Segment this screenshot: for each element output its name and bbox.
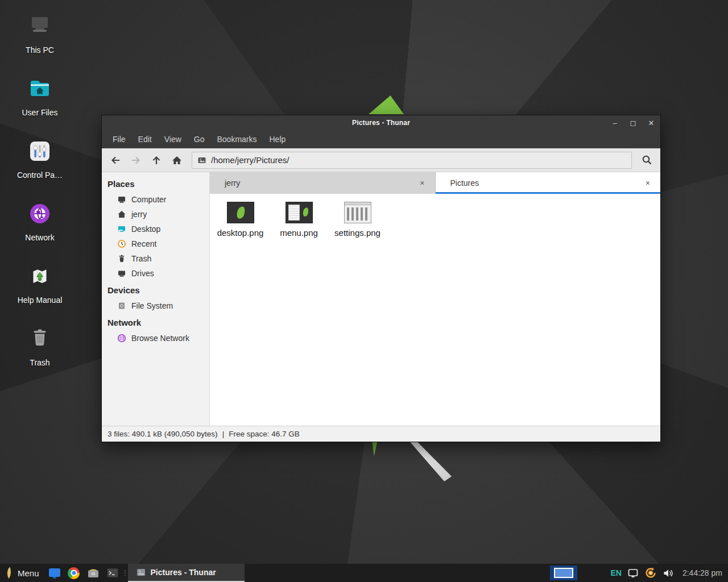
control-panel-icon	[26, 138, 53, 165]
help-manual-icon	[26, 263, 53, 290]
titlebar[interactable]: Pictures - Thunar – ◻ ✕	[102, 115, 660, 130]
recent-icon	[117, 239, 126, 248]
window-title: Pictures - Thunar	[102, 119, 660, 127]
image-thumbnail	[286, 202, 313, 223]
sidebar-item-label: Drives	[131, 269, 154, 278]
sidebar-item-label: Browse Network	[131, 334, 189, 343]
sidebar: Places Computer jerry Desktop Recent Tra…	[102, 172, 210, 426]
path-bar[interactable]: /home/jerry/Pictures/	[192, 152, 632, 169]
home-icon	[117, 210, 126, 219]
blue-files-icon	[48, 566, 61, 580]
keyboard-layout-indicator[interactable]: EN	[610, 568, 621, 577]
desktop-icon-label: Help Manual	[18, 296, 63, 305]
back-button[interactable]	[105, 151, 126, 170]
desktop-icon-this-pc[interactable]: This PC	[13, 13, 67, 55]
menu-file[interactable]: File	[106, 130, 132, 148]
image-thumbnail	[227, 202, 254, 223]
workspace-switcher[interactable]	[550, 566, 577, 580]
desktop-icon-help-manual[interactable]: Help Manual	[13, 263, 67, 305]
menu-edit[interactable]: Edit	[132, 130, 158, 148]
desktop-icon-trash[interactable]: Trash	[13, 325, 67, 367]
menu-go[interactable]: Go	[188, 130, 211, 148]
clock[interactable]: 2:44:28 pm	[682, 568, 722, 577]
terminal-icon	[106, 566, 119, 580]
browse-network-icon	[117, 334, 126, 343]
drives-icon	[117, 269, 126, 278]
file-list[interactable]: desktop.png menu.png settings.png	[210, 194, 660, 426]
desktop-icon-network[interactable]: Network	[13, 200, 67, 242]
sidebar-item-desktop[interactable]: Desktop	[102, 222, 209, 236]
sidebar-item-trash[interactable]: Trash	[102, 251, 209, 266]
tab-jerry[interactable]: jerry ×	[210, 172, 436, 194]
sidebar-item-label: Computer	[131, 195, 166, 204]
sidebar-item-label: Trash	[131, 254, 151, 263]
sidebar-item-file-system[interactable]: File System	[102, 298, 209, 313]
terminal-launcher[interactable]	[103, 564, 122, 582]
tab-pictures[interactable]: Pictures ×	[436, 172, 661, 194]
sidebar-item-browse-network[interactable]: Browse Network	[102, 331, 209, 346]
menu-view[interactable]: View	[158, 130, 188, 148]
sidebar-item-label: Recent	[131, 239, 156, 248]
filesystem-drive-icon	[117, 301, 126, 310]
sidebar-item-label: jerry	[131, 210, 147, 219]
file-menu-png[interactable]: menu.png	[270, 199, 328, 238]
image-file-icon	[197, 156, 206, 165]
thunar-window: Pictures - Thunar – ◻ ✕ File Edit View G…	[101, 115, 661, 442]
file-name: menu.png	[280, 228, 318, 238]
archive-launcher[interactable]	[84, 564, 103, 582]
menubar: File Edit View Go Bookmarks Help	[102, 130, 660, 148]
computer-icon	[117, 195, 126, 204]
sidebar-header-network: Network	[102, 313, 209, 331]
update-manager-icon[interactable]	[644, 567, 657, 579]
menu-bookmarks[interactable]: Bookmarks	[210, 130, 263, 148]
sidebar-item-label: Desktop	[131, 225, 160, 234]
sidebar-header-places: Places	[102, 174, 209, 192]
tab-close-icon[interactable]: ×	[417, 178, 427, 188]
sidebar-item-drives[interactable]: Drives	[102, 266, 209, 281]
desktop-icon-control-panel[interactable]: Control Pa…	[13, 138, 67, 180]
sidebar-item-recent[interactable]: Recent	[102, 236, 209, 251]
sidebar-item-computer[interactable]: Computer	[102, 192, 209, 207]
file-manager-launcher[interactable]	[45, 564, 64, 582]
thunar-task-icon	[136, 568, 146, 577]
desktop-icon-label: Trash	[30, 358, 49, 367]
chrome-launcher[interactable]	[64, 564, 84, 582]
desktop-icon-label: Control Pa…	[17, 171, 63, 180]
desktop-icon-user-files[interactable]: User Files	[13, 75, 67, 117]
path-text: /home/jerry/Pictures/	[211, 155, 289, 165]
status-files-text: 3 files: 490.1 kB (490,050 bytes)	[107, 430, 218, 438]
tab-close-icon[interactable]: ×	[643, 178, 652, 188]
display-tray-icon[interactable]	[628, 568, 638, 578]
system-tray: EN 2:44:28 pm	[610, 567, 728, 579]
minimize-button[interactable]: –	[606, 115, 624, 130]
folder-home-icon	[26, 75, 53, 102]
sidebar-item-label: File System	[131, 301, 173, 310]
status-separator: |	[222, 430, 225, 438]
file-settings-png[interactable]: settings.png	[328, 199, 387, 238]
menu-logo-icon	[5, 566, 13, 580]
taskbar-task-thunar[interactable]: Pictures - Thunar	[128, 564, 245, 582]
workspace-window-indicator	[554, 568, 573, 578]
tab-label: jerry	[225, 178, 240, 188]
sidebar-item-jerry[interactable]: jerry	[102, 207, 209, 222]
volume-icon[interactable]	[663, 568, 674, 578]
desktop-icon-label: User Files	[22, 108, 57, 117]
maximize-button[interactable]: ◻	[624, 115, 642, 130]
archive-drawer-icon	[86, 566, 100, 580]
file-desktop-png[interactable]: desktop.png	[211, 199, 270, 238]
menu-button-label: Menu	[18, 568, 39, 578]
up-button[interactable]	[146, 151, 167, 170]
close-button[interactable]: ✕	[642, 115, 660, 130]
home-button[interactable]	[167, 151, 187, 170]
image-thumbnail	[344, 202, 371, 223]
menu-button[interactable]: Menu	[0, 564, 45, 582]
menu-help[interactable]: Help	[263, 130, 292, 148]
forward-button[interactable]	[126, 151, 146, 170]
desktop-icon-label: Network	[25, 233, 54, 242]
network-globe-icon	[26, 200, 53, 227]
desktop-icon	[117, 225, 126, 234]
search-button[interactable]	[636, 151, 657, 170]
chrome-icon	[68, 567, 80, 579]
taskbar: Menu Pictures - Thunar EN 2:44:28 pm	[0, 564, 728, 582]
pc-icon	[26, 13, 53, 40]
